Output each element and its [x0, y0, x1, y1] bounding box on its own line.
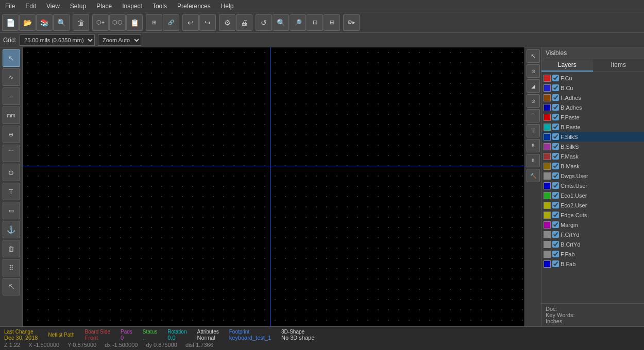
layer-row[interactable]: Cmts.User: [541, 181, 644, 190]
layer-name-label: F.Cu: [561, 75, 572, 81]
add-footprint2-button[interactable]: ⬡⬡: [109, 14, 126, 31]
zoom-fit-button[interactable]: ⊡: [307, 14, 323, 31]
layer-row[interactable]: B.SilkS: [541, 142, 644, 151]
paste-special-button[interactable]: 📋: [126, 14, 143, 31]
layer-visibility-checkbox[interactable]: [552, 260, 559, 267]
layer-row[interactable]: F.Mask: [541, 151, 644, 161]
menu-help[interactable]: Help: [216, 2, 239, 11]
layer-row[interactable]: B.Paste: [541, 122, 644, 132]
last-change-value: Dec 30, 2018: [4, 335, 38, 341]
unknown1[interactable]: ⌒: [527, 109, 540, 122]
drc-tool[interactable]: ⛏: [3, 278, 20, 295]
zoom-in-button[interactable]: 🔍: [273, 14, 289, 31]
layer-row[interactable]: F.SilkS: [541, 132, 644, 142]
layer-visibility-checkbox[interactable]: [552, 84, 559, 91]
layer-row[interactable]: F.Paste: [541, 112, 644, 122]
zoom-out-button[interactable]: 🔎: [290, 14, 306, 31]
layer-visibility-checkbox[interactable]: [552, 221, 559, 228]
board-setup-button[interactable]: ⚙: [219, 14, 235, 31]
pcb-setup-button[interactable]: ⚙▸: [343, 14, 360, 31]
net-inspector[interactable]: ⊙: [527, 64, 540, 78]
layer-visibility-checkbox[interactable]: [552, 133, 559, 140]
layer-row[interactable]: F.Cu: [541, 73, 644, 83]
layer-visibility-checkbox[interactable]: [552, 114, 559, 120]
add-component-button[interactable]: ⊞: [146, 14, 162, 31]
layer-row[interactable]: B.Fab: [541, 259, 644, 269]
layer-row[interactable]: F.CrtYd: [541, 230, 644, 239]
layer-toggle[interactable]: ◢: [527, 79, 540, 93]
layer-row[interactable]: B.Mask: [541, 161, 644, 171]
cursor-tool[interactable]: ↖: [527, 49, 540, 63]
search-button[interactable]: 🔍: [53, 14, 70, 31]
tab-items[interactable]: Items: [593, 59, 645, 72]
unknown2[interactable]: ⠿: [527, 154, 540, 167]
mm-tool[interactable]: mm: [3, 107, 20, 124]
menu-tools[interactable]: Tools: [147, 2, 172, 11]
undo-button[interactable]: ↩: [182, 14, 199, 31]
layer-row[interactable]: Eco2.User: [541, 200, 644, 210]
add-footprint-button[interactable]: ⬡+: [92, 14, 109, 31]
delete-tool[interactable]: 🗑: [3, 240, 20, 257]
layer-visibility-checkbox[interactable]: [552, 192, 559, 199]
menu-view[interactable]: View: [41, 2, 65, 11]
layer-row[interactable]: B.CrtYd: [541, 239, 644, 249]
layer-color-swatch: [544, 153, 551, 160]
layer-visibility-checkbox[interactable]: [552, 153, 559, 160]
layer-visibility-checkbox[interactable]: [552, 182, 559, 189]
arc-tool[interactable]: ⌒: [3, 145, 20, 162]
layer-name-label: F.CrtYd: [561, 232, 580, 238]
layer-row[interactable]: Eco1.User: [541, 190, 644, 200]
layer-row[interactable]: Dwgs.User: [541, 171, 644, 181]
menu-inspect[interactable]: Inspect: [117, 2, 147, 11]
delete-button[interactable]: 🗑: [73, 14, 89, 31]
zoom-selection-button[interactable]: ⊞: [324, 14, 340, 31]
layer-visibility-checkbox[interactable]: [552, 143, 559, 150]
layer-visibility-checkbox[interactable]: [552, 202, 559, 208]
canvas[interactable]: [23, 47, 524, 326]
route-single-track[interactable]: ∿: [3, 68, 20, 86]
tab-layers[interactable]: Layers: [541, 59, 593, 72]
layer-row[interactable]: Edge.Cuts: [541, 210, 644, 220]
circle-tool[interactable]: ⊙: [3, 164, 20, 181]
layer-visibility-checkbox[interactable]: [552, 241, 559, 248]
text-tool[interactable]: T: [3, 183, 20, 200]
grid-select[interactable]: 25.00 mils (0.6350 mm): [20, 34, 95, 46]
zoom-select[interactable]: Zoom Auto: [98, 34, 141, 46]
add-via[interactable]: ⊕: [3, 126, 20, 143]
menu-setup[interactable]: Setup: [65, 2, 91, 11]
menu-preferences[interactable]: Preferences: [172, 2, 216, 11]
open-button[interactable]: 📂: [19, 14, 36, 31]
layer-visibility-checkbox[interactable]: [552, 75, 559, 81]
ratsnest-toggle[interactable]: ⊙: [527, 94, 540, 108]
text-toggle[interactable]: T: [527, 124, 540, 137]
unknown3[interactable]: 🔨: [527, 169, 540, 182]
zone-tool[interactable]: ▭: [3, 202, 20, 219]
layer-visibility-checkbox[interactable]: [552, 94, 559, 101]
grid-tool[interactable]: ⠿: [3, 259, 20, 276]
new-button[interactable]: 📄: [2, 14, 19, 31]
library-button[interactable]: 📚: [36, 14, 53, 31]
layer-row[interactable]: B.Cu: [541, 83, 644, 93]
layer-visibility-checkbox[interactable]: [552, 163, 559, 169]
layer-row[interactable]: F.Adhes: [541, 93, 644, 102]
layer-visibility-checkbox[interactable]: [552, 172, 559, 179]
board-stats[interactable]: ⠿: [527, 139, 540, 152]
layer-visibility-checkbox[interactable]: [552, 104, 559, 111]
menu-file[interactable]: File: [0, 2, 20, 11]
menu-edit[interactable]: Edit: [20, 2, 41, 11]
dimension-tool[interactable]: ↔: [3, 87, 20, 105]
layer-visibility-checkbox[interactable]: [552, 251, 559, 257]
layer-visibility-checkbox[interactable]: [552, 212, 559, 218]
layer-row[interactable]: Margin: [541, 220, 644, 230]
redo-button[interactable]: ↪: [199, 14, 216, 31]
layer-row[interactable]: B.Adhes: [541, 102, 644, 112]
layer-row[interactable]: F.Fab: [541, 249, 644, 259]
menu-place[interactable]: Place: [91, 2, 117, 11]
select-tool[interactable]: ↖: [3, 49, 20, 67]
layer-visibility-checkbox[interactable]: [552, 231, 559, 238]
add-wire-button[interactable]: 🔗: [163, 14, 179, 31]
layer-visibility-checkbox[interactable]: [552, 124, 559, 130]
print-button[interactable]: 🖨: [236, 14, 252, 31]
anchor-tool[interactable]: ⚓: [3, 221, 20, 238]
zoom-refresh-button[interactable]: ↺: [256, 14, 272, 31]
